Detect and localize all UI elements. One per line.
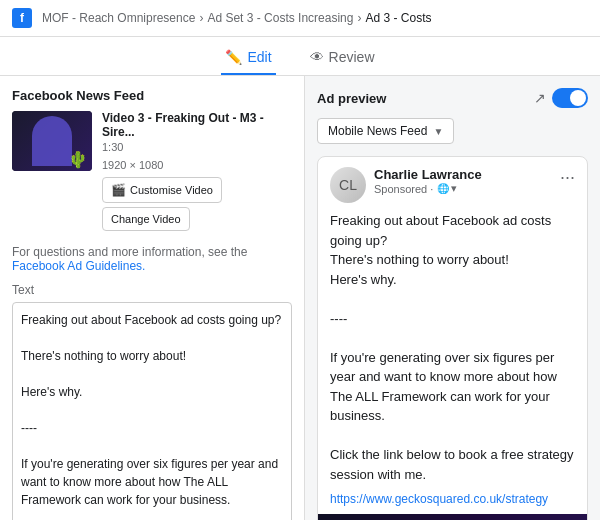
- preview-icons: ↗: [534, 88, 588, 108]
- ad-meta: Charlie Lawrance Sponsored · 🌐 ▾: [374, 167, 560, 195]
- text-field-label: Text: [12, 283, 292, 297]
- change-label: Change Video: [111, 213, 181, 225]
- customise-icon: 🎬: [111, 183, 126, 197]
- video-duration: 1:30: [102, 141, 292, 153]
- change-video-button[interactable]: Change Video: [102, 207, 190, 231]
- ad-page-name: Charlie Lawrance: [374, 167, 560, 182]
- tab-review[interactable]: 👁 Review: [306, 43, 379, 75]
- ad-badge-icon: ▾: [451, 182, 457, 195]
- cactus-icon: 🌵: [68, 150, 88, 169]
- breadcrumb: f MOF - Reach Omnipresence › Ad Set 3 - …: [0, 0, 600, 37]
- section-title: Facebook News Feed: [12, 88, 292, 103]
- customise-video-button[interactable]: 🎬 Customise Video: [102, 177, 222, 203]
- ad-video-bg: [318, 514, 587, 520]
- video-thumb-inner: 🌵: [12, 111, 92, 171]
- globe-icon: 🌐: [437, 183, 449, 194]
- customise-label: Customise Video: [130, 184, 213, 196]
- avatar: CL: [330, 167, 366, 203]
- review-icon: 👁: [310, 49, 324, 65]
- person-silhouette: [32, 116, 72, 166]
- breadcrumb-item-adset[interactable]: Ad Set 3 - Costs Increasing: [207, 11, 353, 25]
- ad-video-thumbnail[interactable]: 🌵: [318, 514, 587, 520]
- main-content: Facebook News Feed 🌵 Video 3 - Freaking …: [0, 76, 600, 520]
- video-block: 🌵 Video 3 - Freaking Out - M3 - Sire... …: [12, 111, 292, 235]
- ad-card-header: CL Charlie Lawrance Sponsored · 🌐 ▾ ···: [318, 157, 587, 207]
- breadcrumb-sep-1: ›: [199, 11, 203, 25]
- tab-edit[interactable]: ✏️ Edit: [221, 43, 275, 75]
- breadcrumb-item-mof[interactable]: MOF - Reach Omnipresence: [42, 11, 195, 25]
- breadcrumb-sep-2: ›: [357, 11, 361, 25]
- edit-icon: ✏️: [225, 49, 242, 65]
- preview-header: Ad preview ↗: [317, 88, 588, 108]
- video-title: Video 3 - Freaking Out - M3 - Sire...: [102, 111, 292, 139]
- tab-bar: ✏️ Edit 👁 Review: [0, 37, 600, 76]
- preview-toggle[interactable]: [552, 88, 588, 108]
- breadcrumb-current: Ad 3 - Costs: [365, 11, 431, 25]
- sponsored-icons: 🌐 ▾: [437, 182, 457, 195]
- preview-label: Ad preview: [317, 91, 386, 106]
- video-thumbnail: 🌵: [12, 111, 92, 171]
- guidelines-link[interactable]: Facebook Ad Guidelines.: [12, 259, 145, 273]
- placement-label: Mobile News Feed: [328, 124, 427, 138]
- left-panel: Facebook News Feed 🌵 Video 3 - Freaking …: [0, 76, 305, 520]
- more-options-button[interactable]: ···: [560, 167, 575, 188]
- external-link-icon[interactable]: ↗: [534, 90, 546, 106]
- video-dimensions: 1920 × 1080: [102, 159, 292, 171]
- ad-text-field[interactable]: Freaking out about Facebook ad costs goi…: [12, 302, 292, 520]
- ad-preview-text: Freaking out about Facebook ad costs goi…: [318, 207, 587, 492]
- guidelines-text: For questions and more information, see …: [12, 245, 292, 273]
- ad-preview-card: CL Charlie Lawrance Sponsored · 🌐 ▾ ··· …: [317, 156, 588, 520]
- placement-selector[interactable]: Mobile News Feed ▼: [317, 118, 454, 144]
- toggle-knob: [570, 90, 586, 106]
- ad-sponsored-label: Sponsored · 🌐 ▾: [374, 182, 560, 195]
- right-panel: Ad preview ↗ Mobile News Feed ▼ CL Charl…: [305, 76, 600, 520]
- tab-edit-label: Edit: [247, 49, 271, 65]
- video-info: Video 3 - Freaking Out - M3 - Sire... 1:…: [102, 111, 292, 235]
- ad-preview-link[interactable]: https://www.geckosquared.co.uk/strategy: [318, 492, 587, 514]
- tab-review-label: Review: [329, 49, 375, 65]
- chevron-down-icon: ▼: [433, 126, 443, 137]
- facebook-icon: f: [12, 8, 32, 28]
